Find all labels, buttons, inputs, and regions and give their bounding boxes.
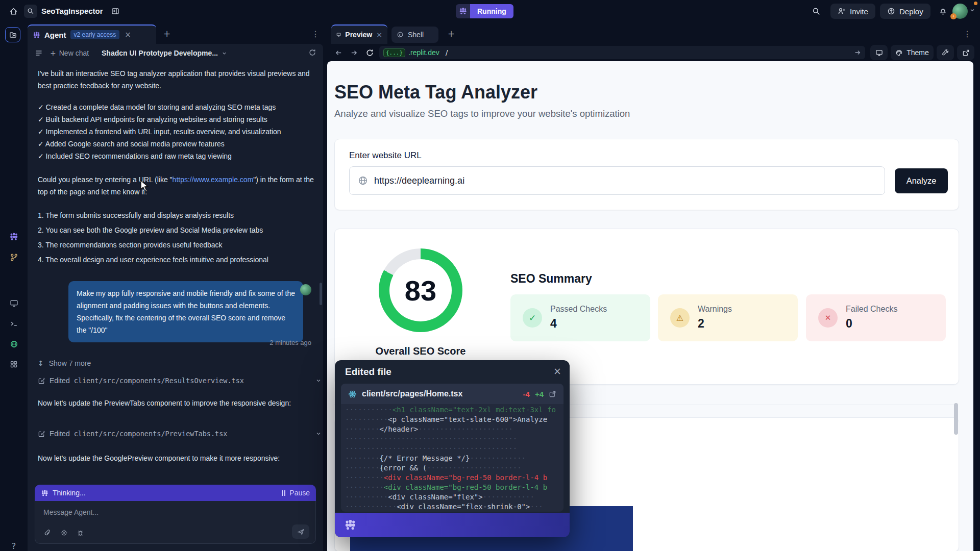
pause-icon <box>282 490 286 496</box>
chat-title-dropdown[interactable]: Shadcn UI Prototype Developme... <box>102 47 227 59</box>
rail-item-workflows[interactable] <box>7 250 21 264</box>
diff-removed-count: -4 <box>523 390 530 398</box>
chat-list-button[interactable] <box>34 48 44 58</box>
monitor-icon <box>875 49 883 57</box>
account-chevron[interactable] <box>969 7 975 13</box>
invite-user-icon <box>838 7 846 15</box>
checklist-item: ✓ Included SEO recommendations and raw m… <box>38 150 324 162</box>
rail-item-apps[interactable] <box>7 357 21 371</box>
global-search-button[interactable] <box>811 6 822 17</box>
agent-tab-strip: Agent v2 early access × + ⋮ <box>28 24 323 44</box>
code-line: <div className="flex"> <box>388 493 482 501</box>
send-button[interactable] <box>292 524 309 539</box>
deploy-button[interactable]: Deploy <box>880 4 930 19</box>
palette-icon <box>895 49 903 57</box>
attach-button[interactable] <box>42 528 53 538</box>
replit-agent-icon <box>9 232 18 241</box>
composer-input[interactable]: Message Agent... <box>43 508 99 516</box>
thinking-label: Thinking... <box>53 489 86 497</box>
invite-button[interactable]: Invite <box>830 4 875 19</box>
edited-file-modal: Edited file × client/src/pages/Home.tsx … <box>335 360 570 537</box>
show-more-button[interactable]: ↕ Show 7 more <box>38 359 91 367</box>
workspace-layout-button[interactable] <box>109 5 122 18</box>
react-icon <box>348 390 357 398</box>
rail-item-agent[interactable] <box>7 230 21 244</box>
open-file-icon[interactable] <box>549 390 556 398</box>
preview-pane-menu-button[interactable]: ⋮ <box>963 29 971 39</box>
page-subtitle: Analyze and visualize SEO tags to improv… <box>334 108 630 119</box>
agent-message-ask: Could you please try entering a URL (lik… <box>38 173 322 198</box>
message-timestamp: 2 minutes ago <box>38 339 311 346</box>
pause-button[interactable]: Pause <box>282 489 310 497</box>
chevron-down-icon <box>969 7 975 13</box>
page-scrollbar-thumb[interactable] <box>954 403 958 435</box>
notification-dot <box>974 2 977 5</box>
chat-history-button[interactable] <box>307 47 317 58</box>
agent-checklist: ✓ Created a complete data model for stor… <box>38 101 324 162</box>
rail-item-networking[interactable] <box>7 337 21 351</box>
devtools-button[interactable] <box>937 45 954 60</box>
new-chat-button[interactable]: + New chat <box>50 47 89 59</box>
new-tab-button[interactable]: + <box>163 29 170 39</box>
diff-file-header[interactable]: client/src/pages/Home.tsx -4 +4 <box>341 384 564 404</box>
tab-shell[interactable]: Shell <box>391 27 438 43</box>
running-badge[interactable]: Running <box>470 4 513 18</box>
theme-button[interactable]: Theme <box>891 45 934 60</box>
wrench-icon <box>942 49 949 57</box>
checklist-item: ✓ Built backend API endpoints for analyz… <box>38 113 324 126</box>
monitor-icon <box>336 31 341 38</box>
agent-note-1: Now let's update the PreviewTabs compone… <box>38 397 322 409</box>
edited-file-row[interactable]: Edited client/src/components/ResultsOver… <box>38 377 322 385</box>
nav-forward-button[interactable] <box>349 47 359 58</box>
history-icon <box>308 48 316 57</box>
tab-agent[interactable]: Agent v2 early access × <box>28 24 156 44</box>
analyze-button[interactable]: Analyze <box>895 168 948 193</box>
url-path: / <box>446 48 448 57</box>
edited-file-row[interactable]: Edited client/src/components/PreviewTabs… <box>38 430 322 438</box>
diff-file-name: client/src/pages/Home.tsx <box>362 389 462 398</box>
globe-icon <box>10 340 18 348</box>
open-external-button[interactable] <box>957 45 974 60</box>
new-tab-button[interactable]: + <box>448 29 455 39</box>
bug-icon <box>77 529 84 537</box>
bell-icon <box>939 7 947 15</box>
code-line: {error && ( <box>379 464 427 472</box>
git-branch-icon <box>10 253 18 262</box>
nav-back-button[interactable] <box>333 47 344 58</box>
chevron-down-icon <box>315 378 322 384</box>
website-url-input[interactable]: https://deeplearning.ai <box>349 166 885 195</box>
project-name[interactable]: SeoTagInspector <box>41 7 103 15</box>
go-arrow-icon[interactable] <box>854 49 861 56</box>
grid-icon <box>10 360 18 368</box>
new-window-button[interactable] <box>870 45 888 60</box>
project-search-button[interactable] <box>24 5 37 18</box>
example-url-link[interactable]: https://www.example.com <box>173 176 254 184</box>
search-icon <box>812 7 821 16</box>
page-title: SEO Meta Tag Analyzer <box>334 82 537 103</box>
notifications-button[interactable] <box>937 5 948 16</box>
arrow-left-icon <box>335 49 342 57</box>
close-icon[interactable]: × <box>553 365 561 377</box>
close-icon[interactable]: × <box>125 30 131 39</box>
tab-preview[interactable]: Preview × <box>331 24 387 44</box>
home-icon <box>9 7 18 16</box>
seo-score-ring: 83 <box>379 248 462 332</box>
agent-pane-menu-button[interactable]: ⋮ <box>311 29 320 39</box>
chat-scrollbar-thumb[interactable] <box>320 283 322 305</box>
sidebar-toggle-button[interactable] <box>5 27 20 42</box>
url-form-card: Enter website URL https://deeplearning.a… <box>334 139 959 210</box>
report-bug-button[interactable] <box>75 528 85 538</box>
paperclip-icon <box>44 529 52 537</box>
element-picker-button[interactable] <box>59 528 69 538</box>
plus-icon: + <box>50 49 56 57</box>
rail-item-preview[interactable] <box>7 296 21 310</box>
form-label: Enter website URL <box>349 151 422 161</box>
check-icon: ✓ <box>523 308 542 328</box>
seo-score-label: Overall SEO Score <box>365 345 476 357</box>
url-input[interactable]: {...} .replit.dev / <box>379 46 865 59</box>
help-button[interactable]: ? <box>7 539 21 551</box>
rail-item-shell[interactable] <box>7 316 21 331</box>
home-button[interactable] <box>6 4 20 18</box>
close-icon[interactable]: × <box>376 31 382 39</box>
refresh-button[interactable] <box>364 47 375 58</box>
